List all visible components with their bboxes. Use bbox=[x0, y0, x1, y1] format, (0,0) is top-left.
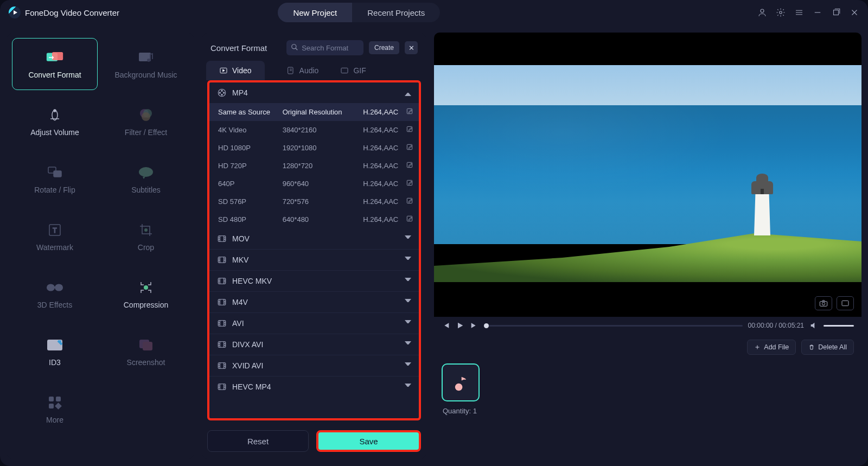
tool-label: ID3 bbox=[49, 358, 61, 367]
svg-rect-2 bbox=[833, 10, 838, 15]
gif-icon bbox=[340, 66, 349, 75]
format-row[interactable]: Same as SourceOriginal ResolutionH.264,A… bbox=[209, 103, 419, 121]
account-icon[interactable] bbox=[757, 8, 767, 17]
tool-rotate-flip[interactable]: Rotate / Flip bbox=[12, 153, 98, 205]
svg-rect-45 bbox=[218, 257, 226, 263]
reset-button[interactable]: Reset bbox=[207, 430, 309, 452]
maximize-button[interactable] bbox=[831, 8, 841, 17]
close-window-button[interactable] bbox=[850, 8, 859, 17]
chevron-down-icon bbox=[405, 299, 411, 305]
format-tab-gif[interactable]: GIF bbox=[340, 61, 366, 80]
format-tab-audio[interactable]: Audio bbox=[286, 61, 319, 80]
tool-convert-format[interactable]: Convert Format bbox=[12, 38, 98, 90]
tool-more[interactable]: More bbox=[12, 383, 98, 435]
chevron-down-icon bbox=[405, 320, 411, 327]
edit-icon[interactable] bbox=[406, 107, 413, 115]
delete-all-button[interactable]: Delete All bbox=[801, 340, 854, 355]
volume-slider[interactable] bbox=[824, 325, 854, 327]
format-tab-video[interactable]: Video bbox=[206, 61, 265, 80]
svg-rect-48 bbox=[218, 321, 226, 327]
tool-label: Adjust Volume bbox=[30, 128, 79, 137]
crop-icon bbox=[137, 221, 155, 239]
format-group-mp4[interactable]: MP4 bbox=[209, 82, 419, 103]
tool-adjust-volume[interactable]: Adjust Volume bbox=[12, 95, 98, 148]
menu-icon[interactable] bbox=[794, 8, 804, 17]
edit-icon[interactable] bbox=[406, 161, 413, 169]
add-file-button[interactable]: Add File bbox=[747, 340, 796, 355]
format-panel: Convert Format Create ✕ Video Audio bbox=[202, 33, 426, 459]
fullscreen-button[interactable] bbox=[837, 296, 854, 310]
edit-icon[interactable] bbox=[406, 143, 413, 151]
format-list[interactable]: MP4 Same as SourceOriginal ResolutionH.2… bbox=[207, 80, 421, 420]
tool-subtitles[interactable]: Subtitles bbox=[103, 153, 189, 205]
chevron-down-icon bbox=[405, 235, 411, 242]
format-row[interactable]: 4K Video3840*2160H.264,AAC bbox=[209, 121, 419, 139]
tool-screenshot[interactable]: Screenshot bbox=[103, 325, 189, 378]
tool-sidebar: Convert Format Background Music Adjust V… bbox=[7, 33, 194, 459]
svg-rect-31 bbox=[341, 68, 348, 73]
svg-rect-49 bbox=[218, 342, 226, 348]
svg-rect-26 bbox=[56, 397, 61, 401]
format-group[interactable]: M4V bbox=[209, 291, 419, 312]
close-panel-button[interactable]: ✕ bbox=[405, 41, 418, 54]
volume-icon bbox=[46, 106, 63, 124]
next-button[interactable] bbox=[470, 321, 478, 330]
search-icon bbox=[291, 43, 298, 51]
svg-point-35 bbox=[221, 94, 222, 95]
minimize-button[interactable] bbox=[813, 8, 822, 17]
tool-label: Watermark bbox=[36, 243, 73, 252]
svg-point-7 bbox=[54, 110, 56, 112]
svg-rect-24 bbox=[143, 342, 152, 350]
play-button[interactable] bbox=[456, 321, 464, 330]
tab-new-project[interactable]: New Project bbox=[278, 3, 352, 22]
compression-icon bbox=[137, 279, 155, 296]
format-row[interactable]: SD 480P640*480H.264,AAC bbox=[209, 210, 419, 228]
tool-background-music[interactable]: Background Music bbox=[103, 38, 189, 90]
film-icon bbox=[217, 361, 227, 371]
video-preview[interactable] bbox=[434, 33, 861, 317]
edit-icon[interactable] bbox=[406, 215, 413, 222]
tool-id3[interactable]: ID3 bbox=[12, 325, 98, 378]
edit-icon[interactable] bbox=[406, 125, 413, 133]
tool-compression[interactable]: Compression bbox=[103, 268, 189, 320]
panel-title: Convert Format bbox=[210, 43, 267, 53]
tool-watermark[interactable]: T Watermark bbox=[12, 210, 98, 263]
tab-recent-projects[interactable]: Recent Projects bbox=[352, 3, 440, 22]
format-group[interactable]: HEVC MP4 bbox=[209, 376, 419, 397]
format-group[interactable]: MOV bbox=[209, 228, 419, 249]
format-group[interactable]: MKV bbox=[209, 249, 419, 270]
tool-3d-effects[interactable]: 3D Effects bbox=[12, 268, 98, 320]
svg-rect-54 bbox=[842, 301, 848, 305]
svg-point-33 bbox=[221, 90, 222, 91]
format-group[interactable]: DIVX AVI bbox=[209, 334, 419, 355]
file-thumb[interactable] bbox=[442, 363, 480, 401]
svg-point-1 bbox=[780, 11, 782, 14]
edit-icon[interactable] bbox=[406, 197, 413, 205]
format-group[interactable]: HEVC MKV bbox=[209, 270, 419, 291]
format-group[interactable]: XVID AVI bbox=[209, 355, 419, 376]
save-button[interactable]: Save bbox=[316, 430, 421, 452]
svg-rect-47 bbox=[218, 299, 226, 305]
id3-icon bbox=[46, 336, 63, 354]
svg-rect-44 bbox=[218, 236, 226, 242]
format-row[interactable]: 640P960*640H.264,AAC bbox=[209, 175, 419, 193]
tool-crop[interactable]: Crop bbox=[103, 210, 189, 263]
format-row[interactable]: HD 1080P1920*1080H.264,AAC bbox=[209, 139, 419, 157]
tool-label: More bbox=[46, 416, 63, 424]
edit-icon[interactable] bbox=[406, 179, 413, 187]
svg-point-22 bbox=[59, 340, 61, 342]
volume-icon[interactable] bbox=[809, 321, 818, 330]
format-group[interactable]: AVI bbox=[209, 312, 419, 334]
format-row[interactable]: HD 720P1280*720H.264,AAC bbox=[209, 157, 419, 175]
seek-bar[interactable] bbox=[484, 325, 743, 327]
logo-icon bbox=[9, 7, 21, 18]
app-title: FoneDog Video Converter bbox=[25, 8, 119, 17]
snapshot-button[interactable] bbox=[815, 296, 832, 310]
svg-point-0 bbox=[761, 9, 764, 12]
glasses-icon bbox=[46, 279, 63, 296]
tool-filter-effect[interactable]: Filter / Effect bbox=[103, 95, 189, 148]
gear-icon[interactable] bbox=[776, 8, 786, 17]
create-button[interactable]: Create bbox=[369, 41, 399, 54]
prev-button[interactable] bbox=[442, 321, 450, 330]
format-row[interactable]: SD 576P720*576H.264,AAC bbox=[209, 193, 419, 210]
